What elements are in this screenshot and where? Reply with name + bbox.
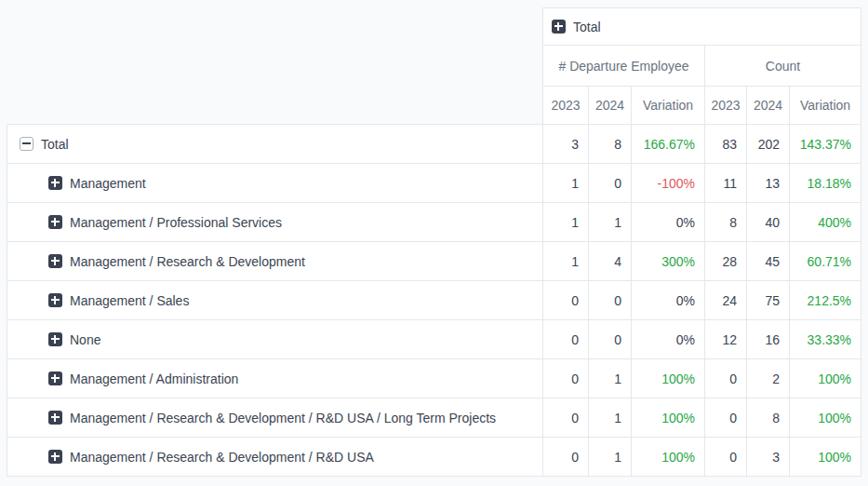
value-cell: 3 bbox=[747, 438, 790, 477]
pivot-table: Total # Departure Employee Count 2023 20… bbox=[7, 7, 861, 477]
value-cell: 83 bbox=[705, 125, 747, 164]
value-cell: 1 bbox=[543, 164, 589, 203]
variation-cell: 0% bbox=[632, 320, 705, 359]
value-cell: 8 bbox=[705, 203, 747, 242]
value-cell: 8 bbox=[747, 398, 790, 438]
row-group-header[interactable]: Management bbox=[7, 164, 543, 203]
value-cell: 4 bbox=[589, 242, 632, 281]
value-cell: 0 bbox=[543, 438, 589, 477]
row-group-header[interactable]: Management / Research & Development bbox=[7, 242, 543, 281]
table-row: Management10-100%111318.18% bbox=[7, 164, 861, 203]
variation-cell: 33.33% bbox=[790, 320, 861, 359]
value-cell: 3 bbox=[543, 125, 589, 164]
value-cell: 8 bbox=[589, 125, 632, 164]
value-cell: 0 bbox=[543, 320, 589, 359]
column-header[interactable]: 2024 bbox=[589, 87, 632, 125]
corner-spacer bbox=[7, 8, 543, 125]
row-group-label: Management / Research & Development / R&… bbox=[70, 411, 496, 425]
value-cell: 11 bbox=[705, 164, 747, 203]
value-cell: 1 bbox=[589, 438, 632, 477]
row-group-header[interactable]: None bbox=[7, 320, 543, 359]
variation-cell: 212.5% bbox=[790, 281, 861, 320]
table-row: Management / Research & Development14300… bbox=[7, 242, 861, 281]
value-cell: 1 bbox=[589, 398, 632, 438]
row-group-label: Management / Administration bbox=[70, 371, 238, 386]
plus-square-icon[interactable] bbox=[48, 215, 62, 229]
minus-square-icon[interactable] bbox=[20, 137, 33, 151]
value-cell: 75 bbox=[747, 281, 790, 320]
variation-cell: 100% bbox=[790, 359, 861, 398]
measure-header-count[interactable]: Count bbox=[705, 46, 861, 87]
pivot-body: Total38166.67%83202143.37%Management10-1… bbox=[7, 125, 861, 477]
value-cell: 45 bbox=[747, 242, 790, 281]
value-cell: 16 bbox=[747, 320, 790, 359]
column-header[interactable]: 2024 bbox=[747, 87, 790, 125]
value-cell: 40 bbox=[747, 203, 790, 242]
variation-cell: -100% bbox=[632, 164, 705, 203]
column-group-total-header[interactable]: Total bbox=[543, 8, 861, 46]
variation-cell: 0% bbox=[632, 281, 705, 320]
value-cell: 2 bbox=[747, 359, 790, 398]
value-cell: 12 bbox=[705, 320, 747, 359]
plus-square-icon[interactable] bbox=[48, 371, 62, 385]
plus-square-icon[interactable] bbox=[48, 176, 62, 190]
variation-cell: 100% bbox=[632, 438, 705, 477]
value-cell: 13 bbox=[747, 164, 790, 203]
column-header[interactable]: 2023 bbox=[705, 87, 747, 125]
value-cell: 1 bbox=[589, 359, 632, 398]
value-cell: 1 bbox=[543, 203, 589, 242]
value-cell: 1 bbox=[543, 242, 589, 281]
row-group-header[interactable]: Management / Professional Services bbox=[7, 203, 543, 242]
variation-cell: 100% bbox=[790, 438, 861, 477]
table-row: Management / Administration01100%02100% bbox=[7, 359, 861, 398]
row-group-header[interactable]: Management / Sales bbox=[7, 281, 543, 320]
value-cell: 0 bbox=[705, 359, 747, 398]
value-cell: 0 bbox=[543, 281, 589, 320]
column-header[interactable]: Variation bbox=[790, 87, 861, 125]
plus-square-icon[interactable] bbox=[552, 20, 566, 34]
plus-square-icon[interactable] bbox=[48, 450, 62, 464]
value-cell: 1 bbox=[589, 203, 632, 242]
table-row: Total38166.67%83202143.37% bbox=[7, 125, 861, 164]
row-group-header[interactable]: Management / Research & Development / R&… bbox=[7, 438, 543, 477]
variation-cell: 100% bbox=[632, 398, 705, 438]
variation-cell: 300% bbox=[632, 242, 705, 281]
table-row: Management / Professional Services110%84… bbox=[7, 203, 861, 242]
table-row: Management / Sales000%2475212.5% bbox=[7, 281, 861, 320]
pivot-view: Total # Departure Employee Count 2023 20… bbox=[7, 7, 861, 477]
value-cell: 0 bbox=[705, 398, 747, 438]
value-cell: 0 bbox=[543, 359, 589, 398]
variation-cell: 143.37% bbox=[790, 125, 861, 164]
row-group-label: Management / Research & Development bbox=[70, 254, 305, 269]
plus-square-icon[interactable] bbox=[48, 293, 62, 307]
value-cell: 0 bbox=[705, 438, 747, 477]
row-group-header[interactable]: Management / Research & Development / R&… bbox=[7, 398, 543, 438]
row-group-label: None bbox=[70, 332, 100, 347]
value-cell: 28 bbox=[705, 242, 747, 281]
row-group-label: Management bbox=[70, 176, 146, 191]
value-cell: 0 bbox=[589, 281, 632, 320]
column-group-label: Total bbox=[573, 20, 601, 34]
row-group-label: Management / Research & Development / R&… bbox=[70, 450, 374, 465]
plus-square-icon[interactable] bbox=[48, 254, 62, 268]
column-header[interactable]: 2023 bbox=[543, 87, 589, 125]
variation-cell: 166.67% bbox=[632, 125, 705, 164]
plus-square-icon[interactable] bbox=[48, 411, 62, 425]
measure-header-departure-employee[interactable]: # Departure Employee bbox=[543, 46, 705, 87]
row-group-header[interactable]: Management / Administration bbox=[7, 359, 543, 398]
value-cell: 0 bbox=[589, 320, 632, 359]
row-group-label: Management / Sales bbox=[70, 293, 189, 308]
variation-cell: 100% bbox=[790, 398, 861, 438]
table-row: Management / Research & Development / R&… bbox=[7, 398, 861, 438]
variation-cell: 0% bbox=[632, 203, 705, 242]
value-cell: 202 bbox=[747, 125, 790, 164]
table-row: Management / Research & Development / R&… bbox=[7, 438, 861, 477]
value-cell: 24 bbox=[705, 281, 747, 320]
row-group-label: Management / Professional Services bbox=[70, 215, 282, 230]
table-row: None000%121633.33% bbox=[7, 320, 861, 359]
column-header[interactable]: Variation bbox=[632, 87, 705, 125]
variation-cell: 400% bbox=[790, 203, 861, 242]
value-cell: 0 bbox=[589, 164, 632, 203]
row-group-header[interactable]: Total bbox=[7, 125, 543, 164]
plus-square-icon[interactable] bbox=[48, 332, 62, 346]
